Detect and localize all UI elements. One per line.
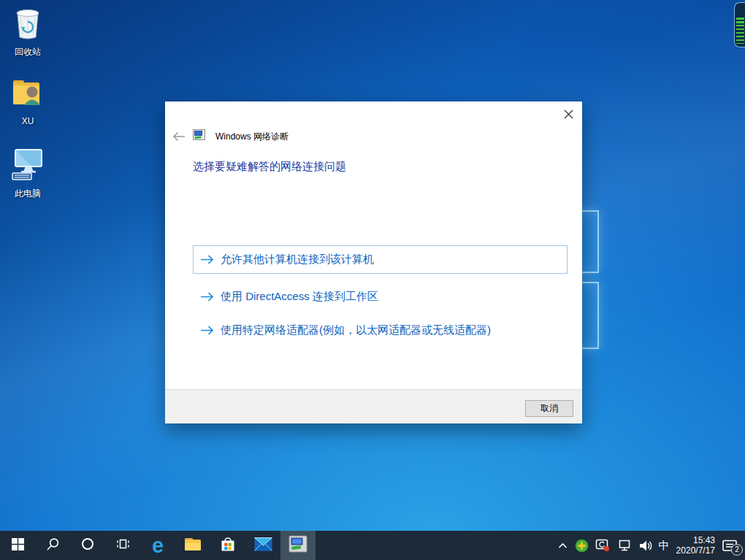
mail-button[interactable] (245, 531, 280, 560)
cortana-button[interactable] (70, 531, 105, 560)
recycle-bin-icon (12, 6, 43, 44)
option-allow-other-computers[interactable]: 允许其他计算机连接到该计算机 (193, 245, 568, 274)
user-folder-icon (11, 76, 45, 114)
input-method-indicator[interactable]: 中 (659, 539, 670, 553)
option-directaccess[interactable]: 使用 DirectAccess 连接到工作区 (193, 286, 568, 307)
chevron-up-icon[interactable] (557, 541, 568, 551)
edge-button[interactable]: e (140, 531, 175, 560)
option-label: 允许其他计算机连接到该计算机 (221, 253, 374, 266)
desktop-icon-label: 回收站 (15, 46, 41, 58)
task-view-icon (116, 537, 130, 553)
tray-date: 2020/7/17 (676, 545, 715, 556)
cancel-button[interactable]: 取消 (525, 400, 573, 417)
option-label: 使用 DirectAccess 连接到工作区 (221, 290, 378, 304)
search-icon (46, 537, 60, 554)
volume-icon[interactable] (638, 540, 652, 552)
file-explorer-button[interactable] (175, 531, 210, 560)
cortana-icon (81, 537, 94, 553)
arrow-right-icon (200, 326, 214, 335)
dialog-header: Windows 网络诊断 (171, 129, 289, 144)
this-pc-icon (9, 147, 46, 185)
screen-capture-icon[interactable] (595, 539, 611, 552)
dialog-title: Windows 网络诊断 (215, 131, 289, 143)
dialog-heading: 选择要疑难解答的网络连接问题 (193, 160, 346, 174)
search-button[interactable] (35, 531, 70, 560)
store-button[interactable] (210, 531, 245, 560)
notification-badge: 2 (731, 544, 743, 556)
desktop-icon-label: 此电脑 (15, 188, 41, 200)
app-icon (193, 129, 205, 144)
desktop-icon-recycle-bin[interactable]: 回收站 (0, 6, 56, 58)
option-label: 使用特定网络适配器(例如，以太网适配器或无线适配器) (221, 323, 491, 337)
desktop-icon-label: XU (22, 116, 34, 126)
taskbar: e (0, 531, 745, 560)
network-diagnostics-dialog: Windows 网络诊断 选择要疑难解答的网络连接问题 允许其他计算机连接到该计… (165, 101, 582, 423)
tray-time: 15:43 (676, 535, 715, 545)
action-center-button[interactable]: 2 (722, 539, 738, 553)
option-specific-adapter[interactable]: 使用特定网络适配器(例如，以太网适配器或无线适配器) (193, 320, 568, 340)
network-speed-monitor-bars (736, 18, 744, 44)
network-speed-monitor-widget[interactable] (734, 2, 745, 47)
start-button[interactable] (0, 531, 35, 560)
desktop-icon-this-pc[interactable]: 此电脑 (0, 147, 56, 200)
close-icon[interactable] (557, 104, 579, 123)
arrow-right-icon (200, 255, 214, 264)
clock[interactable]: 15:43 2020/7/17 (676, 535, 715, 556)
desktop: 回收站 XU 此电脑 (0, 0, 745, 560)
network-diagnostics-icon (289, 535, 307, 556)
network-diagnostics-taskbar-button[interactable] (280, 531, 316, 560)
edge-icon: e (152, 535, 164, 556)
antivirus-icon[interactable] (575, 539, 589, 553)
arrow-right-icon (200, 292, 214, 302)
system-tray: 中 15:43 2020/7/17 2 (557, 531, 745, 560)
desktop-icon-user-folder[interactable]: XU (0, 76, 56, 126)
file-explorer-icon (184, 537, 202, 554)
task-view-button[interactable] (105, 531, 140, 560)
network-icon[interactable] (617, 540, 632, 552)
back-arrow-icon[interactable] (171, 130, 187, 143)
mail-icon (254, 537, 272, 554)
start-icon (12, 538, 24, 553)
store-icon (220, 536, 236, 556)
dialog-footer (165, 389, 582, 423)
